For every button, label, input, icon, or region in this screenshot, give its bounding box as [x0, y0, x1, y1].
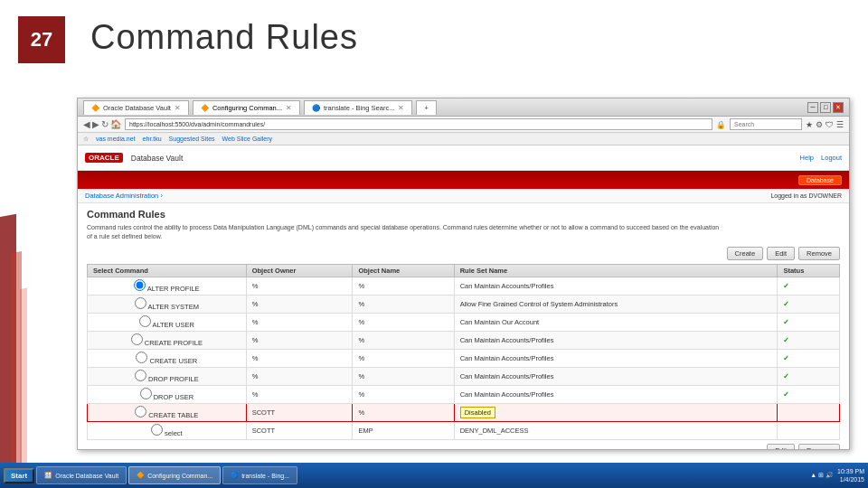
status-checkmark: ✓ — [783, 318, 789, 326]
edit-button-top[interactable]: Edit — [767, 247, 795, 260]
table-cell-select[interactable]: select — [88, 421, 247, 439]
table-cell-status: ✓ — [778, 331, 840, 349]
refresh-button[interactable]: ↻ — [101, 119, 108, 129]
maximize-button[interactable]: □ — [820, 102, 831, 113]
slide-title: Command Rules — [90, 18, 358, 57]
tools-icon[interactable]: ⚙ — [816, 120, 823, 129]
col-owner: Object Owner — [246, 264, 353, 277]
breadcrumb-link[interactable]: Database Administration — [85, 192, 158, 200]
browser-tab-new[interactable]: + — [416, 100, 436, 115]
browser-tab-3[interactable]: 🔵 translate - Bing Searc... ✕ — [304, 100, 412, 115]
table-cell-objname: % — [353, 295, 454, 313]
table-cell-status: ✓ — [778, 385, 840, 403]
table-cell-owner: % — [246, 295, 353, 313]
radio-select-2[interactable] — [139, 315, 151, 327]
command-label: CREATE TABLE — [146, 411, 198, 419]
taskbar-right: ▲ ⊞ 🔊 10:39 PM 1/4/2015 — [810, 467, 864, 483]
table-cell-objname: % — [353, 277, 454, 295]
page-description: Command rules control the ability to pro… — [87, 223, 720, 241]
bookmark-4[interactable]: Web Slice Gallery — [222, 136, 273, 142]
taskbar-icon-1: 🪟 — [44, 472, 52, 479]
col-ruleset: Rule Set Name — [454, 264, 778, 277]
radio-select-4[interactable] — [136, 352, 147, 363]
remove-button-bottom[interactable]: Remove — [798, 444, 840, 450]
decorative-ribbons — [0, 181, 72, 488]
dvault-header-links: Help Logout — [800, 154, 842, 162]
browser-tab-2[interactable]: 🔶 Configuring Comman... ✕ — [193, 100, 300, 115]
remove-button-top[interactable]: Remove — [798, 247, 840, 260]
menu-icon[interactable]: ☰ — [836, 120, 844, 129]
dvault-app-header: ORACLE Database Vault Help Logout — [78, 145, 849, 171]
table-cell-select[interactable]: CREATE USER — [88, 349, 247, 367]
table-cell-select[interactable]: ALTER PROFILE — [88, 277, 247, 295]
table-cell-select[interactable]: DROP USER — [88, 385, 247, 403]
bookmark-3[interactable]: Suggested Sites — [169, 136, 215, 142]
table-cell-ruleset: Can Maintain Accounts/Profiles — [454, 331, 778, 349]
tab-close-2[interactable]: ✕ — [286, 104, 292, 112]
radio-select-6[interactable] — [140, 388, 152, 399]
oracle-red-label: ORACLE — [85, 153, 123, 163]
bookmark-2[interactable]: ehr.tku — [143, 136, 162, 142]
taskbar-item-2[interactable]: 🔶 Configuring Comman... — [128, 466, 221, 484]
table-cell-status: ✓ — [778, 349, 840, 367]
table-cell-objname: % — [353, 331, 454, 349]
radio-select-1[interactable] — [135, 297, 146, 309]
close-button[interactable]: ✕ — [833, 102, 844, 113]
address-bar-input[interactable] — [125, 118, 712, 130]
database-nav-button[interactable]: Database — [798, 175, 842, 185]
minimize-button[interactable]: ─ — [807, 102, 818, 113]
table-cell-objname: EMP — [353, 421, 454, 439]
status-checkmark: ✓ — [783, 300, 789, 308]
tab-new-label: + — [424, 104, 428, 112]
safety-icon[interactable]: 🛡 — [826, 120, 834, 129]
help-link[interactable]: Help — [800, 154, 814, 162]
create-button[interactable]: Create — [727, 247, 764, 260]
col-status: Status — [778, 264, 840, 277]
breadcrumb-separator: › — [160, 192, 163, 200]
radio-select-3[interactable] — [131, 333, 143, 345]
table-cell-ruleset: DENY_DML_ACCESS — [454, 421, 778, 439]
bookmarks-bar: ☆ vas media.net ehr.tku Suggested Sites … — [78, 133, 849, 145]
star-icon[interactable]: ★ — [806, 120, 813, 129]
table-cell-status — [778, 421, 840, 439]
status-checkmark: ✓ — [783, 390, 789, 399]
taskbar-item-1[interactable]: 🪟 Oracle Database Vault — [36, 466, 127, 484]
table-row: CREATE USER%%Can Maintain Accounts/Profi… — [88, 349, 840, 367]
radio-select-7[interactable] — [135, 406, 146, 418]
home-button[interactable]: 🏠 — [110, 119, 121, 129]
radio-select-8[interactable] — [151, 424, 163, 436]
start-button[interactable]: Start — [4, 468, 34, 483]
table-cell-select[interactable]: DROP PROFILE — [88, 367, 247, 385]
taskbar-label-3: translate - Bing... — [241, 473, 289, 479]
table-cell-select[interactable]: CREATE TABLE — [88, 403, 247, 421]
tab-close-3[interactable]: ✕ — [398, 104, 404, 112]
tab-label-2: Configuring Comman... — [212, 104, 282, 112]
windows-taskbar: Start 🪟 Oracle Database Vault 🔶 Configur… — [0, 463, 868, 488]
logout-link[interactable]: Logout — [821, 154, 842, 162]
table-row: ALTER USER%%Can Maintain Our Account✓ — [88, 313, 840, 331]
oracle-logo: ORACLE — [85, 153, 126, 163]
radio-select-5[interactable] — [135, 370, 146, 381]
browser-tab-1[interactable]: 🔶 Oracle Database Vault ✕ — [83, 100, 189, 115]
browser-addressbar: ◀ ▶ ↻ 🏠 🔒 ★ ⚙ 🛡 ☰ — [78, 117, 849, 133]
table-cell-objname: % — [353, 385, 454, 403]
table-cell-select[interactable]: ALTER SYSTEM — [88, 295, 247, 313]
table-cell-select[interactable]: CREATE PROFILE — [88, 331, 247, 349]
edit-button-bottom[interactable]: Edit — [767, 444, 795, 450]
table-cell-ruleset: Allow Fine Grained Control of System Adm… — [454, 295, 778, 313]
table-cell-owner: % — [246, 313, 353, 331]
bottom-action-row: Edit Remove — [87, 444, 840, 450]
tab-favicon-3: 🔵 — [312, 104, 320, 112]
forward-button[interactable]: ▶ — [92, 119, 99, 129]
search-input[interactable] — [730, 118, 802, 130]
table-cell-owner: % — [246, 385, 353, 403]
status-checkmark: ✓ — [783, 372, 789, 380]
radio-select-0[interactable] — [134, 279, 146, 291]
tab-close-1[interactable]: ✕ — [175, 104, 181, 112]
table-cell-select[interactable]: ALTER USER — [88, 313, 247, 331]
back-button[interactable]: ◀ — [83, 119, 90, 129]
table-cell-owner: SCOTT — [246, 421, 353, 439]
bookmark-1[interactable]: vas media.net — [96, 136, 136, 142]
taskbar-item-3[interactable]: 🔵 translate - Bing... — [222, 466, 297, 484]
dvault-subtitle: Database Vault — [131, 154, 184, 163]
